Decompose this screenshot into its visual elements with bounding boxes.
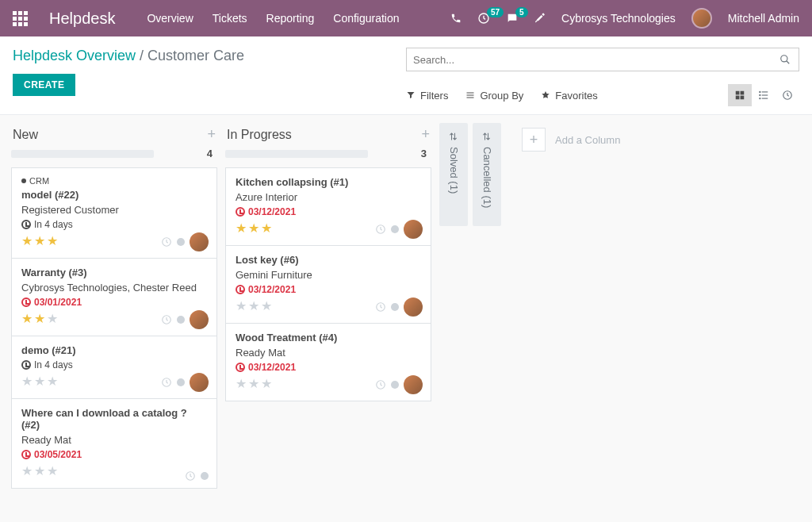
menu-reporting[interactable]: Reporting — [266, 12, 315, 25]
activity-icon[interactable] — [161, 377, 172, 388]
assignee-avatar[interactable] — [190, 373, 209, 392]
card-title: demo (#21) — [21, 344, 207, 356]
folded-column[interactable]: ⇄Solved (1) — [439, 123, 468, 226]
assignee-avatar[interactable] — [404, 220, 423, 239]
priority-star[interactable]: ★ — [34, 233, 45, 248]
priority-star[interactable]: ★ — [236, 376, 247, 391]
svg-rect-6 — [741, 96, 745, 100]
activity-view-button[interactable] — [776, 84, 799, 106]
add-column-label[interactable]: Add a Column — [555, 134, 620, 146]
messages-icon[interactable]: 5 — [506, 12, 519, 25]
kanban-card[interactable]: Wood Treatment (#4) Ready Mat 03/12/2021… — [226, 324, 431, 401]
menu-configuration[interactable]: Configuration — [333, 12, 399, 25]
card-title: Lost key (#6) — [236, 254, 421, 266]
card-footer — [375, 375, 423, 394]
priority-star[interactable]: ★ — [261, 376, 272, 391]
priority-star[interactable]: ★ — [236, 221, 247, 236]
groupby-button[interactable]: Group By — [465, 90, 523, 102]
priority-star[interactable]: ★ — [248, 221, 259, 236]
filters-button[interactable]: Filters — [406, 90, 448, 102]
priority-star[interactable]: ★ — [261, 298, 272, 313]
menu-overview[interactable]: Overview — [147, 12, 193, 25]
quick-create-icon[interactable]: + — [421, 126, 430, 143]
card-footer — [161, 232, 209, 251]
priority-star[interactable]: ★ — [47, 463, 58, 478]
card-title: Warranty (#3) — [21, 267, 207, 278]
tools-icon[interactable] — [534, 13, 546, 24]
priority-star[interactable]: ★ — [47, 374, 58, 389]
kanban-card[interactable]: Kitchen collapsing (#1) Azure Interior 0… — [226, 168, 431, 246]
priority-star[interactable]: ★ — [236, 298, 247, 313]
assignee-avatar[interactable] — [190, 310, 209, 329]
user-name[interactable]: Mitchell Admin — [728, 12, 799, 25]
search-icon[interactable] — [772, 54, 799, 65]
activity-icon[interactable] — [375, 379, 386, 390]
kanban-card[interactable]: CRM model (#22) Registered Customer In 4… — [12, 168, 216, 259]
kanban-card[interactable]: demo (#21) In 4 days ★★★ — [12, 336, 216, 399]
state-dot[interactable] — [177, 238, 185, 246]
state-dot[interactable] — [177, 316, 185, 324]
priority-star[interactable]: ★ — [261, 221, 272, 236]
activity-icon[interactable] — [161, 314, 172, 325]
folded-column[interactable]: ⇄Cancelled (1) — [473, 123, 501, 226]
assignee-avatar[interactable] — [404, 375, 423, 394]
column-progress-bar[interactable] — [11, 150, 154, 158]
assignee-avatar[interactable] — [190, 232, 209, 251]
state-dot[interactable] — [177, 378, 185, 386]
favorites-button[interactable]: Favorites — [541, 90, 597, 102]
priority-star[interactable]: ★ — [21, 233, 33, 248]
state-dot[interactable] — [391, 381, 399, 389]
clock-icon — [21, 450, 31, 459]
card-subtitle: Gemini Furniture — [236, 269, 421, 281]
card-title: Kitchen collapsing (#1) — [236, 176, 421, 188]
column-progress-bar[interactable] — [225, 150, 368, 158]
card-footer — [161, 310, 209, 329]
priority-star[interactable]: ★ — [21, 463, 33, 478]
priority-star[interactable]: ★ — [248, 298, 259, 313]
column-progress-row: 4 — [11, 148, 217, 159]
kanban-view-button[interactable] — [728, 84, 752, 106]
state-dot[interactable] — [391, 225, 399, 233]
priority-star[interactable]: ★ — [47, 311, 58, 326]
kanban-card[interactable]: Warranty (#3) Cybrosys Technologies, Che… — [12, 259, 216, 336]
activities-icon[interactable]: 57 — [477, 12, 490, 25]
list-view-button[interactable] — [752, 84, 776, 106]
activity-icon[interactable] — [161, 236, 172, 248]
priority-star[interactable]: ★ — [34, 463, 45, 478]
company-name[interactable]: Cybrosys Technologies — [561, 12, 676, 25]
column-title[interactable]: In Progress — [227, 128, 292, 142]
column-title[interactable]: New — [13, 128, 38, 142]
state-dot[interactable] — [201, 472, 209, 480]
priority-star[interactable]: ★ — [21, 311, 33, 326]
apps-icon[interactable] — [13, 11, 32, 26]
priority-star[interactable]: ★ — [21, 374, 33, 389]
activity-icon[interactable] — [375, 301, 386, 313]
search-input[interactable] — [407, 54, 772, 66]
kanban-card[interactable]: Lost key (#6) Gemini Furniture 03/12/202… — [226, 246, 431, 324]
search-box[interactable] — [406, 48, 799, 71]
activity-icon[interactable] — [375, 224, 386, 235]
assignee-avatar[interactable] — [404, 297, 423, 317]
app-brand: Helpdesk — [49, 10, 115, 28]
card-footer — [375, 220, 423, 239]
add-column-button[interactable]: + — [522, 128, 546, 152]
create-button[interactable]: CREATE — [13, 74, 75, 96]
kanban-column: In Progress + 3 Kitchen collapsing (#1) … — [225, 123, 431, 489]
svg-line-2 — [787, 61, 790, 64]
top-menu: Overview Tickets Reporting Configuration — [147, 12, 399, 25]
clock-icon — [21, 297, 31, 307]
priority-star[interactable]: ★ — [34, 374, 45, 389]
breadcrumb-root[interactable]: Helpdesk Overview — [13, 48, 136, 63]
priority-star[interactable]: ★ — [47, 233, 58, 248]
priority-star[interactable]: ★ — [34, 311, 45, 326]
quick-create-icon[interactable]: + — [207, 126, 216, 143]
priority-star[interactable]: ★ — [248, 376, 259, 391]
activity-icon[interactable] — [185, 470, 196, 482]
phone-icon[interactable] — [450, 13, 462, 24]
expand-icon: ⇄ — [481, 132, 492, 140]
state-dot[interactable] — [391, 303, 399, 311]
user-avatar[interactable] — [691, 8, 712, 29]
kanban-card[interactable]: Where can I download a catalog ? (#2) Re… — [12, 399, 216, 488]
menu-tickets[interactable]: Tickets — [213, 12, 247, 25]
svg-rect-4 — [741, 91, 745, 95]
